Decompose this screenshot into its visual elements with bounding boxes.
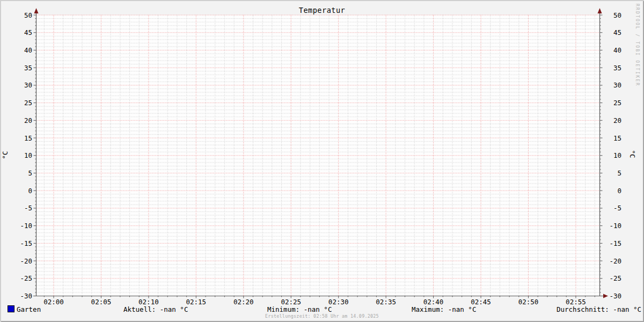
creation-time: Erstellungszeit: 02:58 Uhr am 14.09.2025 bbox=[215, 313, 429, 319]
y-tick-label-right: 20 bbox=[603, 116, 621, 125]
y-tick-label-left: 25 bbox=[14, 99, 32, 107]
y-tick-label-left: 45 bbox=[14, 28, 32, 36]
y-tick-label-right: -10 bbox=[603, 222, 621, 230]
y-tick-label-left: 30 bbox=[14, 81, 32, 89]
y-tick-label-right: 40 bbox=[603, 46, 621, 54]
y-tick-label-right: -5 bbox=[603, 204, 621, 212]
y-tick-label-left: 5 bbox=[14, 169, 32, 177]
x-tick-label: 02:50 bbox=[511, 298, 546, 306]
x-tick-label: 02:20 bbox=[226, 298, 261, 306]
stat-maximum: Maximum: -nan °C bbox=[412, 305, 476, 313]
y-tick-label-left: 35 bbox=[14, 64, 32, 72]
y-tick-label-left: -5 bbox=[14, 204, 32, 212]
x-tick-label: 02:00 bbox=[36, 298, 71, 306]
x-tick-label: 02:55 bbox=[558, 298, 594, 306]
x-tick-label: 02:35 bbox=[368, 298, 404, 306]
y-axis-right-arrow bbox=[598, 8, 602, 13]
y-tick-label-left: 50 bbox=[14, 11, 32, 19]
y-tick-label-right: -30 bbox=[603, 292, 621, 300]
plot-grid-svg bbox=[0, 0, 644, 322]
y-tick-label-right: 15 bbox=[603, 134, 621, 142]
stat-aktuell: Aktuell: -nan °C bbox=[123, 305, 188, 313]
x-tick-label: 02:25 bbox=[273, 298, 309, 306]
y-tick-label-left: -10 bbox=[14, 222, 32, 230]
y-tick-label-right: 30 bbox=[603, 81, 621, 89]
y-tick-label-left: 15 bbox=[14, 134, 32, 142]
y-tick-label-right: -15 bbox=[603, 239, 621, 247]
x-tick-label: 02:10 bbox=[131, 298, 166, 306]
y-tick-label-right: 5 bbox=[603, 169, 621, 177]
y-tick-label-right: -25 bbox=[603, 274, 621, 282]
y-tick-label-left: -25 bbox=[14, 274, 32, 282]
y-tick-label-left: -20 bbox=[14, 257, 32, 265]
y-tick-label-left: 0 bbox=[14, 187, 32, 195]
x-tick-label: 02:15 bbox=[178, 298, 214, 306]
x-tick-label: 02:30 bbox=[321, 298, 356, 306]
x-tick-label: 02:40 bbox=[416, 298, 451, 306]
stat-durchschnitt: Durchschnitt: -nan °C bbox=[557, 305, 641, 313]
legend-row: Garten Aktuell: -nan °C Minimum: -nan °C… bbox=[0, 305, 644, 313]
y-tick-label-left: -30 bbox=[14, 292, 32, 300]
y-axis-left-arrow bbox=[34, 8, 39, 13]
stat-minimum: Minimum: -nan °C bbox=[267, 305, 332, 313]
y-tick-label-right: 10 bbox=[603, 151, 621, 159]
legend-series-label: Garten bbox=[17, 305, 41, 313]
legend-color-swatch bbox=[8, 305, 14, 312]
x-tick-label: 02:45 bbox=[463, 298, 499, 306]
y-tick-label-left: 10 bbox=[14, 151, 32, 159]
y-tick-label-left: 20 bbox=[14, 116, 32, 125]
y-tick-label-right: 45 bbox=[603, 28, 621, 36]
y-tick-label-left: -15 bbox=[14, 239, 32, 247]
rrdtool-temperature-graph: Temperatur RRDTOOL / TOBI OETIKER °C °C … bbox=[0, 0, 644, 322]
y-tick-label-right: 0 bbox=[603, 187, 621, 195]
y-tick-label-right: -20 bbox=[603, 257, 621, 265]
y-tick-label-left: 40 bbox=[14, 46, 32, 54]
y-tick-label-right: 50 bbox=[603, 11, 621, 19]
x-tick-label: 02:05 bbox=[83, 298, 119, 306]
y-tick-label-right: 35 bbox=[603, 64, 621, 72]
y-tick-label-right: 25 bbox=[603, 99, 621, 107]
